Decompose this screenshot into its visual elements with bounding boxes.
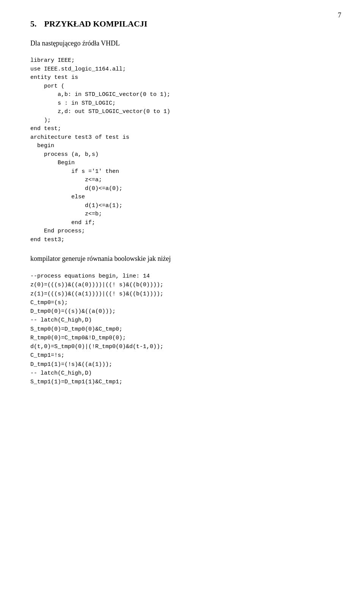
section-title: PRZYKŁAD KOMPILACJI bbox=[44, 19, 147, 29]
section-number: 5. bbox=[30, 19, 37, 29]
page-number: 7 bbox=[338, 11, 341, 19]
equation-block: --process equations begin, line: 14 z(0)… bbox=[30, 272, 341, 386]
vhdl-code-block: library IEEE; use IEEE.std_logic_1164.al… bbox=[30, 56, 341, 244]
intro-text: Dla następującego źródła VHDL bbox=[30, 39, 341, 47]
section-heading: 5. PRZYKŁAD KOMPILACJI bbox=[30, 19, 341, 29]
description-text: kompilator generuje równania boolowskie … bbox=[30, 255, 341, 263]
